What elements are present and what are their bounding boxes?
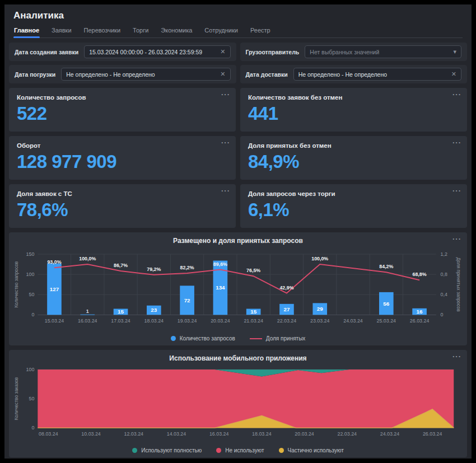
legend-item-2[interactable]: Частично используют xyxy=(279,447,344,453)
filter-input-delivery-date[interactable]: Не определено - Не определено✕ xyxy=(293,68,461,81)
svg-text:42,9%: 42,9% xyxy=(279,285,293,291)
svg-text:134: 134 xyxy=(216,284,225,291)
kpi-value: 522 xyxy=(17,103,228,124)
more-menu-icon[interactable]: ··· xyxy=(452,352,461,361)
combo-chart-requests: 05010015000,40,81,2127115237213415272956… xyxy=(12,246,464,334)
kpi-title: Количество заявок без отмен xyxy=(248,94,459,101)
kpi-card: Количество заявок без отмен441··· xyxy=(240,88,467,132)
legend-item-1[interactable]: Не используют xyxy=(216,447,264,453)
clear-icon[interactable]: ✕ xyxy=(216,49,225,55)
svg-text:15: 15 xyxy=(118,308,124,315)
filter-value: Не определено - Не определено xyxy=(66,71,155,78)
svg-text:72: 72 xyxy=(184,297,190,303)
legend-line-pink xyxy=(250,338,262,339)
svg-text:24.03.24: 24.03.24 xyxy=(343,318,363,324)
chart-panel-mobile-usage: Использование мобильного приложения ··· … xyxy=(9,350,467,457)
legend-label: Количество запросов xyxy=(180,335,235,342)
tab-главное[interactable]: Главное xyxy=(13,27,40,38)
more-menu-icon[interactable]: ··· xyxy=(221,138,230,147)
svg-text:25.03.24: 25.03.24 xyxy=(377,318,396,324)
more-menu-icon[interactable]: ··· xyxy=(452,90,461,99)
svg-text:82,2%: 82,2% xyxy=(180,265,194,270)
kpi-value: 128 977 909 xyxy=(17,151,228,172)
filter-loading-date: Дата погрузкиНе определено - Не определе… xyxy=(9,65,236,83)
filter-label: Дата погрузки xyxy=(15,71,55,78)
legend-label: Не используют xyxy=(225,447,264,453)
kpi-grid: Количество запросов522···Количество заяв… xyxy=(9,88,467,228)
kpi-title: Количество запросов xyxy=(17,94,228,101)
filter-request-created-date: Дата создания заявки15.03.2024 00:00:00 … xyxy=(9,43,236,61)
svg-text:08.03.24: 08.03.24 xyxy=(39,431,58,437)
more-menu-icon[interactable]: ··· xyxy=(452,138,461,147)
svg-text:50: 50 xyxy=(29,292,35,297)
more-menu-icon[interactable]: ··· xyxy=(452,235,461,243)
tab-торги[interactable]: Торги xyxy=(132,27,149,38)
svg-text:20.03.24: 20.03.24 xyxy=(295,431,314,437)
filter-input-loading-date[interactable]: Не определено - Не определено✕ xyxy=(61,68,230,81)
filter-value: 15.03.2024 00:00:00 - 26.03.2024 23:59:5… xyxy=(89,49,202,55)
page-title: Аналитика xyxy=(13,10,463,21)
more-menu-icon[interactable]: ··· xyxy=(221,90,230,99)
legend-dot xyxy=(279,448,284,453)
kpi-value: 78,6% xyxy=(17,199,228,221)
kpi-title: Доля заявок с ТС xyxy=(17,190,228,197)
legend-dot-blue xyxy=(171,336,176,341)
svg-text:1,2: 1,2 xyxy=(441,251,447,257)
svg-text:23.03.24: 23.03.24 xyxy=(310,318,330,324)
filter-input-request-created-date[interactable]: 15.03.2024 00:00:00 - 26.03.2024 23:59:5… xyxy=(84,45,230,58)
chevron-down-icon[interactable]: ▾ xyxy=(449,49,456,55)
svg-text:16: 16 xyxy=(417,308,423,315)
more-menu-icon[interactable]: ··· xyxy=(452,186,461,195)
svg-text:150: 150 xyxy=(26,251,35,257)
clear-icon[interactable]: ✕ xyxy=(447,71,456,77)
svg-text:0: 0 xyxy=(441,312,444,317)
legend-dot xyxy=(132,448,137,453)
area-chart-mobile-usage: 05010008.03.2410.03.2412.03.2414.03.2416… xyxy=(12,363,464,446)
screenshot-frame: Аналитика ГлавноеЗаявкиПеревозчикиТоргиЭ… xyxy=(0,0,476,463)
chart-legend: Используют полностьюНе используютЧастичн… xyxy=(12,446,464,455)
svg-text:0: 0 xyxy=(31,312,34,317)
kpi-value: 6,1% xyxy=(248,199,459,221)
svg-text:12.03.24: 12.03.24 xyxy=(124,431,144,437)
svg-text:14.03.24: 14.03.24 xyxy=(167,431,186,437)
kpi-card: Доля запросов через торги6,1%··· xyxy=(240,184,467,228)
chart-title: Размещено и доля принятых запросов xyxy=(12,237,464,245)
kpi-value: 84,9% xyxy=(248,151,459,172)
filter-shipper: ГрузоотправительНет выбранных значений▾ xyxy=(240,43,468,61)
svg-text:Доля принятых запросов: Доля принятых запросов xyxy=(456,258,461,312)
svg-text:19.03.24: 19.03.24 xyxy=(178,318,197,324)
legend-item-0[interactable]: Используют полностью xyxy=(132,447,202,453)
svg-text:17.03.24: 17.03.24 xyxy=(111,318,130,324)
svg-text:100: 100 xyxy=(26,367,35,372)
svg-text:15.03.24: 15.03.24 xyxy=(45,318,64,324)
legend-dot xyxy=(216,448,221,453)
svg-text:16.03.24: 16.03.24 xyxy=(209,431,229,437)
svg-text:1: 1 xyxy=(86,308,89,314)
chart-panel-placed-requests: Размещено и доля принятых запросов ··· 0… xyxy=(9,232,467,345)
kpi-title: Оборот xyxy=(17,142,228,149)
svg-text:84,2%: 84,2% xyxy=(379,264,393,269)
tab-перевозчики[interactable]: Перевозчики xyxy=(83,27,121,38)
filter-bar: Дата создания заявки15.03.2024 00:00:00 … xyxy=(9,43,467,83)
legend-item-requests[interactable]: Количество запросов xyxy=(171,335,235,342)
svg-text:0,8: 0,8 xyxy=(441,272,447,277)
svg-text:18.03.24: 18.03.24 xyxy=(144,318,164,324)
kpi-title: Доля запросов через торги xyxy=(248,190,459,197)
clear-icon[interactable]: ✕ xyxy=(216,71,225,77)
tab-заявки[interactable]: Заявки xyxy=(51,27,72,38)
svg-text:100: 100 xyxy=(26,272,35,277)
svg-text:23: 23 xyxy=(151,307,157,313)
svg-text:0: 0 xyxy=(31,425,34,431)
filter-select-shipper[interactable]: Нет выбранных значений▾ xyxy=(305,45,461,58)
tab-сотрудники[interactable]: Сотрудники xyxy=(204,27,239,38)
svg-text:10.03.24: 10.03.24 xyxy=(81,431,101,437)
svg-text:29: 29 xyxy=(317,306,323,312)
svg-text:86,7%: 86,7% xyxy=(114,263,128,268)
more-menu-icon[interactable]: ··· xyxy=(221,186,230,195)
tab-экономика[interactable]: Экономика xyxy=(160,27,193,38)
filter-value: Не определено - Не определено xyxy=(298,71,387,78)
svg-text:18.03.24: 18.03.24 xyxy=(252,431,272,437)
legend-item-accepted-share[interactable]: Доля принятых xyxy=(250,335,306,342)
kpi-title: Доля принятых без отмен xyxy=(248,142,459,149)
tab-реестр[interactable]: Реестр xyxy=(250,27,271,38)
